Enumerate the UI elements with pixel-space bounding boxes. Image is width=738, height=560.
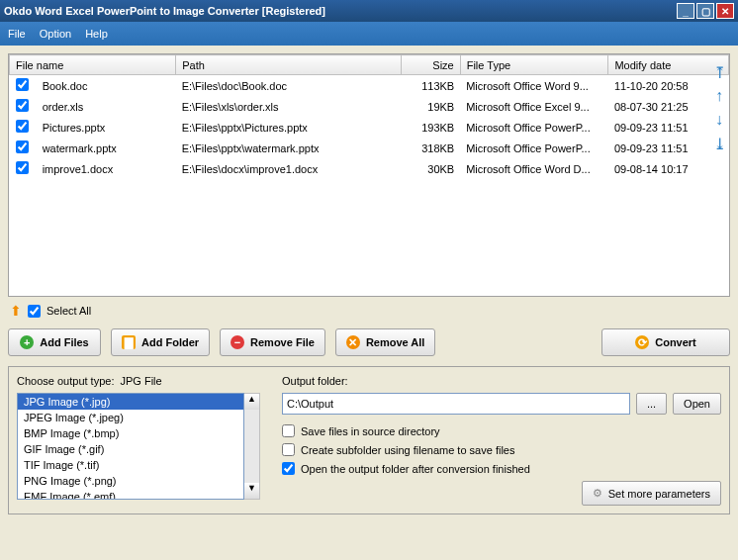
menu-help[interactable]: Help bbox=[85, 28, 108, 40]
convert-button[interactable]: ⟳Convert bbox=[601, 328, 730, 356]
minus-icon: − bbox=[231, 335, 244, 349]
create-subfolder-label: Create subfolder using filename to save … bbox=[301, 444, 514, 456]
cell-path: E:\Files\docx\improve1.docx bbox=[176, 158, 402, 179]
table-row[interactable]: improve1.docxE:\Files\docx\improve1.docx… bbox=[10, 158, 729, 179]
col-path[interactable]: Path bbox=[176, 55, 402, 75]
table-row[interactable]: Pictures.pptxE:\Files\pptx\Pictures.pptx… bbox=[10, 117, 729, 138]
output-type-panel: Choose output type: JPG File JPG Image (… bbox=[17, 375, 264, 506]
select-all-label: Select All bbox=[46, 305, 91, 317]
col-filename[interactable]: File name bbox=[10, 55, 176, 75]
close-button[interactable]: ✕ bbox=[716, 3, 734, 19]
cell-type: Microsoft Office Word 9... bbox=[460, 75, 608, 97]
title-bar: Okdo Word Excel PowerPoint to Image Conv… bbox=[0, 0, 738, 22]
cell-name: watermark.pptx bbox=[37, 138, 176, 158]
x-icon: ✕ bbox=[346, 335, 360, 349]
cell-name: Pictures.pptx bbox=[37, 117, 176, 138]
minimize-button[interactable]: _ bbox=[677, 3, 694, 19]
row-checkbox[interactable] bbox=[16, 140, 29, 153]
move-bottom-icon[interactable]: ⤓ bbox=[710, 135, 728, 152]
select-all-checkbox[interactable] bbox=[28, 305, 41, 318]
list-item[interactable]: JPEG Image (*.jpeg) bbox=[18, 410, 243, 425]
open-after-checkbox[interactable] bbox=[282, 462, 295, 475]
output-folder-row: ... Open bbox=[282, 393, 721, 415]
row-checkbox[interactable] bbox=[16, 99, 29, 112]
menu-bar: File Option Help bbox=[0, 22, 738, 46]
add-folder-button[interactable]: ▇Add Folder bbox=[111, 328, 210, 356]
list-item[interactable]: BMP Image (*.bmp) bbox=[18, 425, 243, 441]
cell-name: Book.doc bbox=[37, 75, 176, 97]
list-item[interactable]: GIF Image (*.gif) bbox=[18, 441, 243, 457]
plus-icon: + bbox=[20, 335, 34, 349]
table-row[interactable]: order.xlsE:\Files\xls\order.xls19KBMicro… bbox=[10, 96, 729, 117]
up-arrow-icon: ⬆ bbox=[10, 303, 22, 319]
menu-file[interactable]: File bbox=[8, 28, 26, 40]
menu-option[interactable]: Option bbox=[40, 28, 71, 40]
maximize-button[interactable]: ▢ bbox=[696, 3, 714, 19]
output-folder-label: Output folder: bbox=[282, 375, 348, 387]
listbox-scrollbar[interactable]: ▲ ▼ bbox=[244, 393, 260, 500]
select-all-row: ⬆ Select All bbox=[8, 297, 730, 325]
cell-path: E:\Files\xls\order.xls bbox=[176, 96, 402, 117]
window-title: Okdo Word Excel PowerPoint to Image Conv… bbox=[4, 5, 325, 17]
table-row[interactable]: watermark.pptxE:\Files\pptx\watermark.pp… bbox=[10, 138, 729, 158]
cell-size: 113KB bbox=[402, 75, 461, 97]
remove-all-button[interactable]: ✕Remove All bbox=[335, 328, 436, 356]
cell-size: 318KB bbox=[402, 138, 461, 158]
save-in-source-checkbox[interactable] bbox=[282, 424, 295, 437]
col-filetype[interactable]: File Type bbox=[460, 55, 608, 75]
row-checkbox[interactable] bbox=[16, 120, 29, 133]
cell-path: E:\Files\pptx\Pictures.pptx bbox=[176, 117, 402, 138]
open-after-label: Open the output folder after conversion … bbox=[301, 463, 530, 475]
cell-type: Microsoft Office Excel 9... bbox=[460, 96, 608, 117]
open-folder-button[interactable]: Open bbox=[673, 393, 721, 415]
cell-type: Microsoft Office PowerP... bbox=[460, 138, 608, 158]
bottom-panel: Choose output type: JPG File JPG Image (… bbox=[8, 366, 730, 514]
list-item[interactable]: JPG Image (*.jpg) bbox=[18, 394, 243, 410]
convert-icon: ⟳ bbox=[635, 335, 649, 349]
move-down-icon[interactable]: ↓ bbox=[710, 111, 728, 129]
cell-size: 193KB bbox=[402, 117, 461, 138]
cell-name: order.xls bbox=[37, 96, 176, 117]
folder-icon: ▇ bbox=[122, 335, 136, 349]
list-item[interactable]: PNG Image (*.png) bbox=[18, 473, 243, 489]
cell-name: improve1.docx bbox=[37, 158, 176, 179]
scroll-track[interactable] bbox=[244, 410, 259, 483]
output-type-listbox[interactable]: JPG Image (*.jpg)JPEG Image (*.jpeg)BMP … bbox=[17, 393, 244, 500]
files-area: File name Path Size File Type Modify dat… bbox=[8, 53, 730, 297]
save-in-source-label: Save files in source directory bbox=[301, 425, 440, 437]
cell-path: E:\Files\doc\Book.doc bbox=[176, 75, 402, 97]
browse-button[interactable]: ... bbox=[636, 393, 667, 415]
cell-size: 30KB bbox=[402, 158, 461, 179]
output-type-label: Choose output type: bbox=[17, 375, 114, 387]
create-subfolder-checkbox[interactable] bbox=[282, 443, 295, 456]
output-type-value: JPG File bbox=[120, 375, 161, 387]
cell-size: 19KB bbox=[402, 96, 461, 117]
scroll-up-icon[interactable]: ▲ bbox=[244, 394, 259, 410]
cell-type: Microsoft Office PowerP... bbox=[460, 117, 608, 138]
add-files-button[interactable]: +Add Files bbox=[8, 328, 101, 356]
list-item[interactable]: TIF Image (*.tif) bbox=[18, 457, 243, 473]
table-row[interactable]: Book.docE:\Files\doc\Book.doc113KBMicros… bbox=[10, 75, 729, 97]
gear-icon: ⚙ bbox=[593, 487, 602, 500]
window-controls: _ ▢ ✕ bbox=[677, 3, 734, 19]
action-button-row: +Add Files ▇Add Folder −Remove File ✕Rem… bbox=[8, 328, 730, 356]
remove-file-button[interactable]: −Remove File bbox=[220, 328, 325, 356]
set-more-parameters-button[interactable]: ⚙Set more parameters bbox=[582, 481, 721, 506]
row-checkbox[interactable] bbox=[16, 78, 29, 91]
scroll-down-icon[interactable]: ▼ bbox=[244, 483, 259, 499]
output-folder-input[interactable] bbox=[282, 393, 630, 415]
output-type-label-row: Choose output type: JPG File bbox=[17, 375, 264, 387]
file-table: File name Path Size File Type Modify dat… bbox=[8, 53, 730, 297]
reorder-arrows: ⤒ ↑ ↓ ⤓ bbox=[710, 63, 728, 152]
cell-date: 09-08-14 10:17 bbox=[608, 158, 729, 179]
cell-path: E:\Files\pptx\watermark.pptx bbox=[176, 138, 402, 158]
move-top-icon[interactable]: ⤒ bbox=[710, 63, 728, 81]
list-item[interactable]: EMF Image (*.emf) bbox=[18, 489, 243, 500]
output-folder-panel: Output folder: ... Open Save files in so… bbox=[282, 375, 721, 506]
col-size[interactable]: Size bbox=[402, 55, 461, 75]
row-checkbox[interactable] bbox=[16, 161, 29, 174]
move-up-icon[interactable]: ↑ bbox=[710, 87, 728, 105]
cell-type: Microsoft Office Word D... bbox=[460, 158, 608, 179]
